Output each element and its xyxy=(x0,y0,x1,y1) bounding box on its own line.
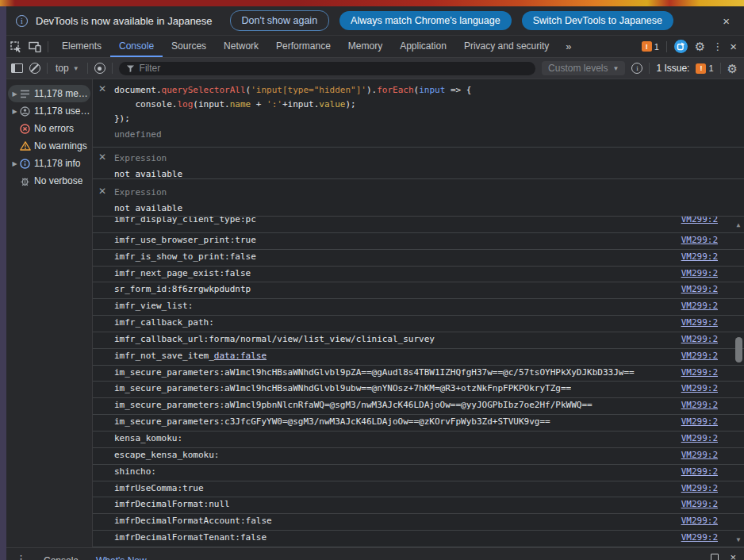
devtools-close-icon[interactable]: × xyxy=(730,40,737,52)
inspect-icon[interactable] xyxy=(10,40,22,53)
drawer-right-icons: × xyxy=(711,551,736,560)
log-source-link[interactable]: VM299:2 xyxy=(681,367,718,378)
tab-memory[interactable]: Memory xyxy=(339,36,391,57)
log-data-link[interactable]: data:false xyxy=(214,351,267,361)
log-row: imfr_callback_path:VM299:2 xyxy=(93,316,744,332)
log-source-link[interactable]: VM299:2 xyxy=(681,351,718,361)
tab-elements[interactable]: Elements xyxy=(53,36,110,57)
settings-gear-icon[interactable]: ⚙ xyxy=(695,40,705,52)
log-message: imfr_use_browser_print:true xyxy=(114,235,256,245)
tabbar-left-icons xyxy=(6,36,53,57)
scrollbar-thumb[interactable] xyxy=(735,337,742,362)
tab-console[interactable]: Console xyxy=(110,36,163,57)
log-message: im_secure_parameters:aW1mcl9pbnNlcnRfaWQ… xyxy=(114,400,593,410)
sidebar-item-11-178-me[interactable]: ▶11,178 me… xyxy=(8,85,90,102)
custom-levels-dropdown[interactable]: Custom levels ▼ xyxy=(542,61,625,75)
log-message: im_secure_parameters:aW1mcl9hcHBsaWNhdGl… xyxy=(114,367,635,378)
sidebar-item-no-verbose[interactable]: No verbose xyxy=(8,172,90,190)
log-source-link[interactable]: VM299:2 xyxy=(681,532,718,543)
context-selector[interactable]: top ▼ xyxy=(54,63,81,74)
log-message: imfr_not_save_item_data:false xyxy=(114,351,267,361)
drawer-bar: ⋮ Console What's New × xyxy=(6,547,744,560)
log-message: im_secure_parameters:aW1mcl9hcHBsaWNhdGl… xyxy=(114,383,571,393)
issue-text: 1 Issue: xyxy=(656,63,689,74)
log-source-link[interactable]: VM299:2 xyxy=(681,251,718,262)
sidebar-item-no-errors[interactable]: No errors xyxy=(8,120,90,137)
log-source-link[interactable]: VM299:2 xyxy=(681,217,718,224)
close-icon[interactable]: ✕ xyxy=(98,152,109,178)
tab-strip: ElementsConsoleSourcesNetworkPerformance… xyxy=(53,36,558,57)
infobar-buttons: Don't show againAlways match Chrome's la… xyxy=(224,10,673,31)
don-t-show-again-button[interactable]: Don't show again xyxy=(230,10,330,31)
log-row: imfrDecimalFormat:nullVM299:2 xyxy=(93,497,744,514)
tab-performance[interactable]: Performance xyxy=(267,36,339,57)
drawer-tab-whats-new[interactable]: What's New xyxy=(96,555,147,560)
log-source-link[interactable]: VM299:2 xyxy=(681,433,718,443)
info-icon xyxy=(18,159,32,169)
drawer-tab-console[interactable]: Console xyxy=(44,555,79,560)
log-message: imfr_next_page_exist:false xyxy=(114,268,251,278)
log-source-link[interactable]: VM299:2 xyxy=(681,516,718,526)
log-scrollbar[interactable]: ▲ ▼ xyxy=(734,221,743,543)
more-tabs-icon[interactable]: » xyxy=(558,36,579,57)
log-source-link[interactable]: VM299:2 xyxy=(681,284,718,294)
expand-arrow-icon[interactable]: ▶ xyxy=(11,108,18,115)
log-source-link[interactable]: VM299:2 xyxy=(681,416,718,427)
sidebar-item-no-warnings[interactable]: No warnings xyxy=(8,137,90,155)
log-source-link[interactable]: VM299:2 xyxy=(681,301,718,311)
scroll-up-icon[interactable]: ▲ xyxy=(737,221,741,228)
infobar-message: DevTools is now available in Japanese xyxy=(36,15,213,27)
toolbar-issues-counter[interactable]: 1 xyxy=(696,63,713,74)
console-sidebar-toggle-icon[interactable] xyxy=(11,63,23,73)
page-behind-top-strip xyxy=(0,0,744,6)
tab-sources[interactable]: Sources xyxy=(163,36,215,57)
expand-arrow-icon[interactable]: ▶ xyxy=(11,160,18,167)
context-selector-value: top xyxy=(56,63,69,74)
close-icon[interactable]: ✕ xyxy=(98,186,109,216)
tab-application[interactable]: Application xyxy=(391,36,455,57)
devtools-promo-icon[interactable] xyxy=(674,40,688,53)
log-message: imfrDecimalFormatAccount:false xyxy=(114,516,272,526)
sidebar-item-11-178-use[interactable]: ▶11,178 use… xyxy=(8,102,90,120)
log-message: shincho: xyxy=(114,466,156,477)
log-message: imfrDecimalFormatTenant:false xyxy=(114,532,267,543)
log-source-link[interactable]: VM299:2 xyxy=(681,466,718,477)
console-settings-gear-icon[interactable]: ⚙ xyxy=(727,63,738,75)
log-source-link[interactable]: VM299:2 xyxy=(681,235,718,245)
close-icon[interactable]: ✕ xyxy=(98,83,109,147)
dock-icon[interactable] xyxy=(711,554,719,560)
log-row: imfr_callback_url:forma/normal/view/list… xyxy=(93,332,744,349)
infobar-close-icon[interactable]: × xyxy=(723,15,730,27)
live-expression-eye-icon[interactable] xyxy=(94,63,105,74)
console-sidebar-list: ▶11,178 me…▶11,178 use…No errorsNo warni… xyxy=(6,79,92,547)
log-source-link[interactable]: VM299:2 xyxy=(681,317,718,328)
scroll-down-icon[interactable]: ▼ xyxy=(737,536,741,543)
filter-input[interactable]: Filter xyxy=(119,62,536,75)
sidebar-item-11-178-info[interactable]: ▶11,178 info xyxy=(8,155,90,172)
kebab-menu-icon[interactable]: ⋮ xyxy=(712,41,723,52)
devtools-tabbar: ElementsConsoleSourcesNetworkPerformance… xyxy=(6,36,744,58)
issues-counter[interactable]: 1 xyxy=(642,41,659,52)
log-source-link[interactable]: VM299:2 xyxy=(681,268,718,278)
log-source-link[interactable]: VM299:2 xyxy=(681,400,718,410)
log-message: imfr_display_client_type:pc xyxy=(114,217,256,224)
tab-privacy-and-security[interactable]: Privacy and security xyxy=(455,36,558,57)
log-source-link[interactable]: VM299:2 xyxy=(681,334,718,344)
log-row: sr_form_id:8f6zrgwkpdudntpVM299:2 xyxy=(93,282,744,299)
log-source-link[interactable]: VM299:2 xyxy=(681,483,718,493)
always-match-chrome-s-language-button[interactable]: Always match Chrome's language xyxy=(339,11,512,30)
tab-network[interactable]: Network xyxy=(215,36,267,57)
drawer-close-icon[interactable]: × xyxy=(730,551,736,560)
log-source-link[interactable]: VM299:2 xyxy=(681,450,718,460)
log-source-link[interactable]: VM299:2 xyxy=(681,499,718,509)
clear-console-icon[interactable] xyxy=(29,63,40,74)
switch-devtools-to-japanese-button[interactable]: Switch DevTools to Japanese xyxy=(522,11,673,30)
issues-badge-icon xyxy=(696,63,706,74)
drawer-kebab-icon[interactable]: ⋮ xyxy=(16,554,26,560)
expand-arrow-icon[interactable]: ▶ xyxy=(11,90,18,98)
device-toolbar-icon[interactable] xyxy=(29,41,41,52)
info-icon[interactable]: i xyxy=(631,63,642,74)
log-row: im_secure_parameters:c3JfcGFyYW0=@sgM3/n… xyxy=(93,415,744,432)
log-source-link[interactable]: VM299:2 xyxy=(681,383,718,393)
verbose-icon xyxy=(18,176,32,186)
